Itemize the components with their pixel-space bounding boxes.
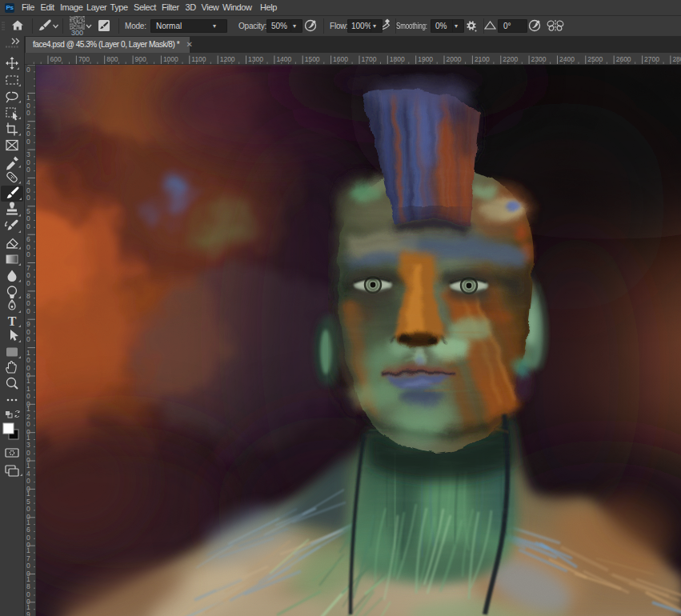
svg-text:2400: 2400: [559, 55, 575, 63]
svg-text:0: 0: [26, 299, 30, 307]
svg-text:7: 7: [26, 554, 30, 562]
svg-text:1: 1: [26, 603, 30, 611]
svg-text:1400: 1400: [276, 55, 291, 63]
svg-text:1: 1: [26, 434, 30, 442]
svg-text:0: 0: [26, 505, 30, 513]
svg-text:1: 1: [26, 349, 30, 357]
svg-text:5: 5: [26, 498, 30, 506]
svg-text:1: 1: [26, 575, 30, 583]
svg-text:0: 0: [26, 307, 30, 315]
svg-text:0: 0: [26, 328, 30, 336]
svg-text:0: 0: [26, 102, 30, 110]
svg-text:2100: 2100: [475, 55, 490, 63]
svg-text:0: 0: [26, 534, 30, 542]
svg-text:2500: 2500: [587, 55, 603, 63]
svg-text:6: 6: [26, 235, 30, 243]
svg-text:1: 1: [26, 377, 30, 385]
svg-text:2: 2: [26, 413, 30, 421]
svg-text:0: 0: [26, 222, 30, 230]
svg-text:1100: 1100: [191, 55, 206, 63]
svg-text:3: 3: [26, 441, 30, 449]
svg-text:0: 0: [26, 243, 30, 251]
svg-text:1000: 1000: [163, 55, 178, 63]
svg-text:9: 9: [26, 320, 30, 328]
svg-text:1: 1: [26, 405, 30, 413]
svg-text:1: 1: [26, 462, 30, 470]
svg-text:1: 1: [26, 94, 30, 102]
svg-text:2600: 2600: [616, 55, 631, 63]
svg-text:3: 3: [26, 150, 30, 158]
svg-text:4: 4: [26, 178, 30, 186]
svg-text:0: 0: [26, 477, 30, 485]
svg-text:6: 6: [26, 526, 30, 534]
svg-text:9: 9: [26, 610, 30, 616]
svg-text:0: 0: [26, 392, 30, 400]
svg-text:0: 0: [26, 356, 30, 364]
svg-text:1800: 1800: [390, 55, 405, 63]
svg-text:1: 1: [26, 385, 30, 393]
svg-text:0: 0: [26, 158, 30, 166]
svg-text:0: 0: [26, 109, 30, 117]
svg-text:1600: 1600: [333, 55, 348, 63]
svg-text:0: 0: [26, 420, 30, 428]
svg-text:5: 5: [26, 207, 30, 215]
svg-text:2300: 2300: [531, 55, 547, 63]
svg-text:700: 700: [78, 55, 90, 63]
svg-text:0: 0: [26, 562, 30, 570]
svg-text:1: 1: [26, 490, 30, 498]
svg-text:1: 1: [26, 546, 30, 554]
svg-text:2700: 2700: [644, 55, 659, 63]
svg-text:0: 0: [26, 364, 30, 372]
svg-text:0: 0: [26, 271, 30, 279]
svg-text:2200: 2200: [503, 55, 518, 63]
svg-text:0: 0: [26, 186, 30, 194]
svg-text:0: 0: [26, 130, 30, 138]
svg-text:1200: 1200: [220, 55, 235, 63]
svg-text:0: 0: [26, 138, 30, 146]
svg-text:2800: 2800: [672, 55, 681, 63]
svg-text:0: 0: [26, 449, 30, 457]
svg-text:2: 2: [26, 122, 30, 130]
svg-text:0: 0: [26, 214, 30, 222]
svg-text:1300: 1300: [248, 55, 263, 63]
svg-text:1500: 1500: [305, 55, 320, 63]
svg-text:8: 8: [26, 292, 30, 300]
svg-text:7: 7: [26, 264, 30, 272]
svg-text:0: 0: [26, 590, 30, 598]
svg-text:800: 800: [106, 55, 118, 63]
svg-text:1700: 1700: [362, 55, 377, 63]
svg-text:0: 0: [26, 335, 30, 343]
svg-text:1900: 1900: [418, 55, 433, 63]
svg-text:900: 900: [135, 55, 146, 63]
svg-text:1: 1: [26, 518, 30, 526]
svg-text:2000: 2000: [447, 55, 462, 63]
svg-text:0: 0: [26, 250, 30, 258]
svg-text:0: 0: [26, 194, 30, 202]
svg-text:0: 0: [26, 66, 30, 74]
svg-text:4: 4: [26, 470, 30, 478]
svg-text:0: 0: [26, 279, 30, 287]
svg-text:0: 0: [26, 166, 30, 174]
svg-text:8: 8: [26, 582, 30, 590]
svg-text:T: T: [8, 314, 17, 328]
svg-text:600: 600: [50, 55, 62, 63]
